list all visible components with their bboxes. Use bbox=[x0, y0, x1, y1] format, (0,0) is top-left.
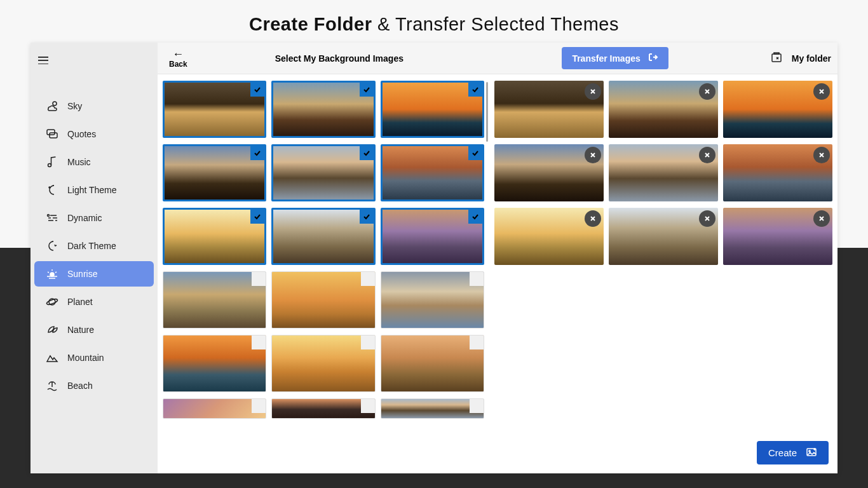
sidebar-item-dark-theme[interactable]: Dark Theme bbox=[34, 233, 154, 259]
hamburger-button[interactable] bbox=[31, 48, 56, 73]
sidebar-item-mountain[interactable]: Mountain bbox=[34, 345, 154, 370]
remove-button[interactable] bbox=[699, 210, 715, 227]
source-thumb[interactable] bbox=[163, 271, 266, 329]
dest-thumb bbox=[723, 144, 832, 201]
remove-button[interactable] bbox=[585, 210, 601, 227]
sidebar-item-label: Dark Theme bbox=[67, 241, 116, 251]
check-icon bbox=[360, 146, 374, 160]
source-thumb[interactable] bbox=[381, 271, 484, 329]
moon2-icon bbox=[46, 240, 58, 252]
sidebar-item-sky[interactable]: Sky bbox=[34, 93, 154, 119]
remove-button[interactable] bbox=[585, 147, 601, 163]
leaf-icon bbox=[46, 323, 58, 336]
transfer-button[interactable]: Transfer Images bbox=[562, 47, 668, 69]
sidebar-item-label: Sky bbox=[67, 101, 82, 111]
check-icon bbox=[468, 210, 482, 224]
remove-button[interactable] bbox=[699, 147, 715, 163]
thumb-image bbox=[273, 210, 373, 263]
sidebar-item-music[interactable]: Music bbox=[34, 149, 154, 175]
check-icon bbox=[252, 272, 266, 286]
sidebar-item-label: Light Theme bbox=[67, 185, 117, 195]
source-thumb[interactable] bbox=[271, 398, 375, 419]
sidebar-item-dynamic[interactable]: Dynamic bbox=[34, 205, 154, 231]
scrollbar-indicator[interactable] bbox=[486, 82, 488, 142]
back-arrow-icon: ← bbox=[172, 48, 184, 60]
main-area: ← Back Select My Background Images Trans… bbox=[158, 43, 837, 473]
dest-thumb bbox=[609, 81, 718, 138]
thumb-image bbox=[273, 146, 373, 200]
source-thumb[interactable] bbox=[271, 144, 375, 201]
dest-thumb bbox=[494, 208, 604, 265]
check-icon bbox=[468, 146, 482, 160]
thumb-image bbox=[381, 399, 484, 418]
sidebar-item-label: Nature bbox=[67, 325, 94, 335]
sun-icon bbox=[46, 268, 58, 280]
sidebar-item-label: Mountain bbox=[67, 353, 104, 363]
source-thumb[interactable] bbox=[381, 208, 484, 265]
back-button[interactable]: ← Back bbox=[164, 46, 193, 71]
sidebar-item-nature[interactable]: Nature bbox=[34, 317, 154, 342]
remove-button[interactable] bbox=[699, 83, 715, 100]
source-thumb[interactable] bbox=[271, 335, 375, 392]
thumb-image bbox=[381, 272, 484, 328]
thumb-image bbox=[273, 83, 373, 136]
check-icon bbox=[250, 83, 264, 97]
sidebar-item-planet[interactable]: Planet bbox=[34, 289, 154, 315]
source-thumb[interactable] bbox=[271, 208, 375, 265]
source-thumb[interactable] bbox=[163, 144, 266, 201]
check-icon bbox=[361, 336, 375, 349]
waves-icon bbox=[46, 212, 58, 224]
remove-button[interactable] bbox=[813, 83, 830, 100]
remove-button[interactable] bbox=[813, 147, 830, 163]
folder-icon bbox=[770, 51, 783, 65]
svg-rect-1 bbox=[47, 130, 55, 135]
source-thumb[interactable] bbox=[381, 398, 484, 419]
planet-icon bbox=[46, 295, 58, 308]
remove-button[interactable] bbox=[813, 210, 830, 227]
source-thumb[interactable] bbox=[163, 208, 266, 265]
source-thumb[interactable] bbox=[163, 335, 266, 392]
transfer-label: Transfer Images bbox=[572, 53, 640, 64]
check-icon bbox=[468, 83, 482, 97]
check-icon bbox=[470, 272, 484, 286]
sidebar-item-label: Planet bbox=[67, 297, 93, 307]
sidebar-item-quotes[interactable]: Quotes bbox=[34, 121, 154, 147]
sidebar-item-label: Sunrise bbox=[67, 269, 97, 279]
thumb-image bbox=[383, 146, 482, 200]
content-area: Create bbox=[158, 74, 837, 473]
thumb-image bbox=[272, 336, 374, 391]
source-thumb[interactable] bbox=[271, 271, 375, 329]
source-panel[interactable] bbox=[158, 74, 489, 473]
thumb-image bbox=[381, 336, 484, 391]
cloud-icon bbox=[46, 100, 58, 112]
check-icon bbox=[250, 210, 264, 224]
source-thumb[interactable] bbox=[163, 398, 266, 419]
back-label: Back bbox=[169, 60, 187, 69]
source-thumb[interactable] bbox=[163, 81, 266, 138]
source-thumb[interactable] bbox=[381, 81, 484, 138]
source-thumb[interactable] bbox=[381, 144, 484, 201]
remove-button[interactable] bbox=[585, 83, 601, 100]
sidebar-item-label: Beach bbox=[67, 381, 93, 391]
app-window: SkyQuotesMusicLight ThemeDynamicDark The… bbox=[31, 43, 837, 473]
source-thumb[interactable] bbox=[271, 81, 375, 138]
check-icon bbox=[250, 146, 264, 160]
thumb-image bbox=[163, 336, 266, 391]
source-grid bbox=[163, 81, 484, 419]
check-icon bbox=[360, 83, 374, 97]
sidebar-item-light-theme[interactable]: Light Theme bbox=[34, 177, 154, 203]
check-icon bbox=[470, 336, 484, 349]
hamburger-icon bbox=[38, 57, 48, 64]
note-icon bbox=[46, 156, 58, 168]
thumb-image bbox=[165, 83, 264, 136]
panel-title: Select My Background Images bbox=[275, 53, 403, 64]
sidebar-item-beach[interactable]: Beach bbox=[34, 373, 154, 398]
source-thumb[interactable] bbox=[381, 335, 484, 392]
chat-icon bbox=[46, 128, 58, 140]
sidebar-item-sunrise[interactable]: Sunrise bbox=[34, 261, 154, 287]
topbar: ← Back Select My Background Images Trans… bbox=[158, 43, 837, 74]
check-icon bbox=[361, 399, 375, 413]
check-icon bbox=[360, 210, 374, 224]
svg-point-0 bbox=[53, 102, 57, 105]
create-button[interactable]: Create bbox=[757, 441, 829, 464]
